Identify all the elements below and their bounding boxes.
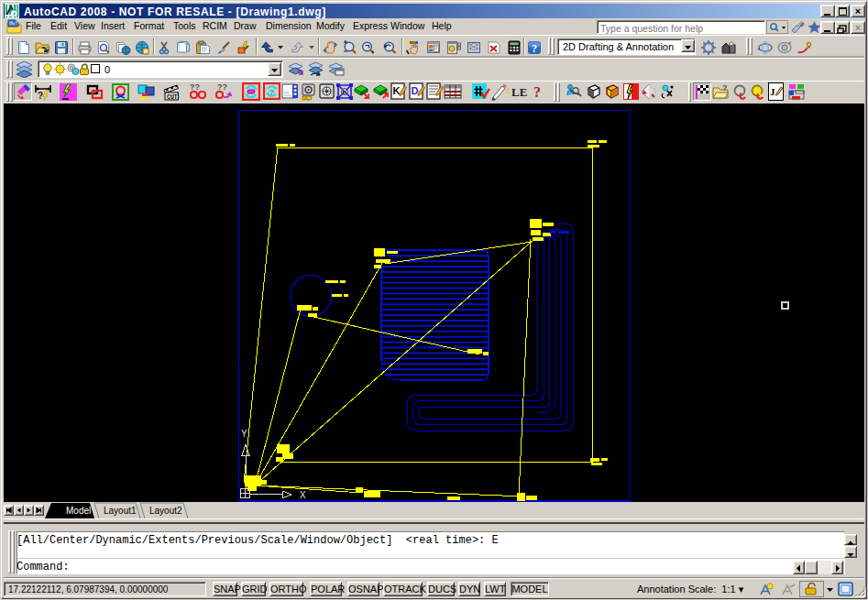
svg-text:Y: Y (241, 429, 247, 439)
svg-text:??: ?? (190, 82, 200, 92)
svg-text:?: ? (269, 88, 275, 97)
svg-text:CUT: CUT (167, 94, 178, 101)
svg-text:Layout2: Layout2 (149, 506, 182, 516)
svg-text:LE: LE (511, 85, 527, 99)
svg-text:?: ? (532, 42, 537, 55)
svg-text:?: ? (533, 84, 541, 100)
svg-text:D: D (412, 85, 419, 96)
svg-text:K: K (343, 88, 348, 96)
svg-text:Layout1: Layout1 (104, 506, 137, 516)
svg-text:J: J (770, 86, 775, 97)
svg-text:X: X (300, 490, 306, 500)
svg-text:K: K (393, 85, 401, 96)
svg-text:?: ? (722, 83, 728, 93)
svg-text:?: ? (38, 91, 43, 101)
svg-text:??: ?? (217, 82, 227, 92)
svg-text:Model: Model (66, 506, 91, 516)
